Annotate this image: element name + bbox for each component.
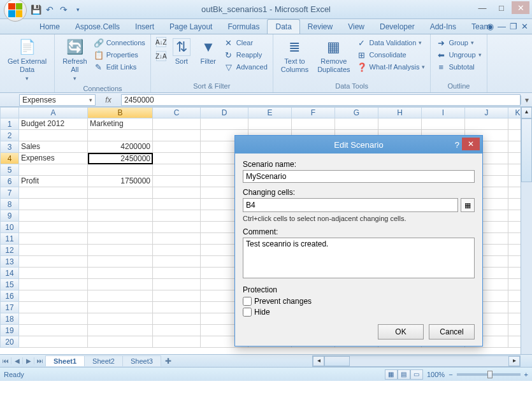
scroll-right-icon[interactable]: ▸ bbox=[508, 356, 520, 366]
cell-J1[interactable] bbox=[465, 118, 508, 130]
tab-review[interactable]: Review bbox=[300, 20, 340, 34]
subtotal-button[interactable]: ≡Subtotal bbox=[436, 61, 481, 73]
cell-C1[interactable] bbox=[153, 118, 201, 130]
sheet-tab-2[interactable]: Sheet2 bbox=[84, 355, 123, 366]
h-scroll-thumb[interactable] bbox=[324, 356, 350, 366]
name-box[interactable]: Expenses▾ bbox=[19, 94, 96, 106]
sheet-tab-3[interactable]: Sheet3 bbox=[122, 355, 161, 366]
cell-A9[interactable] bbox=[19, 210, 88, 222]
cell-B11[interactable] bbox=[88, 233, 153, 245]
cell-A6[interactable]: Profit bbox=[19, 176, 88, 187]
cell-A8[interactable] bbox=[19, 199, 88, 210]
cell-B13[interactable] bbox=[88, 256, 153, 268]
tab-insert[interactable]: Insert bbox=[127, 20, 162, 34]
cell-C2[interactable] bbox=[153, 130, 201, 141]
row-header-2[interactable]: 2 bbox=[0, 130, 19, 141]
row-header-1[interactable]: 1 bbox=[0, 118, 19, 130]
cell-A7[interactable] bbox=[19, 187, 88, 199]
cell-B8[interactable] bbox=[88, 199, 153, 210]
what-if-button[interactable]: ❓What-If Analysis bbox=[357, 61, 426, 73]
maximize-button[interactable]: □ bbox=[492, 1, 510, 14]
prev-sheet-icon[interactable]: ◀ bbox=[11, 357, 23, 364]
scroll-left-icon[interactable]: ◂ bbox=[313, 356, 324, 366]
cell-B10[interactable] bbox=[88, 222, 153, 233]
vertical-scrollbar[interactable]: ▴ ▾ bbox=[521, 107, 532, 366]
cell-C10[interactable] bbox=[153, 222, 201, 233]
row-header-4[interactable]: 4 bbox=[0, 153, 19, 164]
scenario-name-input[interactable] bbox=[243, 170, 475, 183]
cell-B12[interactable] bbox=[88, 245, 153, 256]
fx-icon[interactable]: fx bbox=[96, 96, 121, 104]
row-header-15[interactable]: 15 bbox=[0, 279, 19, 290]
tab-addins[interactable]: Add-Ins bbox=[422, 20, 464, 34]
cell-C9[interactable] bbox=[153, 210, 201, 222]
cell-C20[interactable] bbox=[153, 336, 201, 348]
range-selector-icon[interactable]: ▦ bbox=[461, 198, 475, 212]
cell-A12[interactable] bbox=[19, 245, 88, 256]
col-header-I[interactable]: I bbox=[422, 107, 465, 118]
cell-B5[interactable] bbox=[88, 164, 153, 176]
cell-C17[interactable] bbox=[153, 302, 201, 313]
reapply-button[interactable]: ↻Reapply bbox=[224, 49, 268, 61]
tab-page-layout[interactable]: Page Layout bbox=[162, 20, 220, 34]
page-layout-view-icon[interactable]: ▤ bbox=[398, 369, 410, 380]
consolidate-button[interactable]: ⊞Consolidate bbox=[357, 49, 426, 61]
cell-A11[interactable] bbox=[19, 233, 88, 245]
cell-C6[interactable] bbox=[153, 176, 201, 187]
col-header-F[interactable]: F bbox=[292, 107, 335, 118]
qat-more-icon[interactable]: ▾ bbox=[73, 4, 83, 15]
col-header-E[interactable]: E bbox=[248, 107, 292, 118]
cell-A1[interactable]: Budget 2012 bbox=[19, 118, 88, 130]
minimize-ribbon-icon[interactable]: — bbox=[498, 22, 506, 31]
row-header-17[interactable]: 17 bbox=[0, 302, 19, 313]
help-icon[interactable]: ◉ bbox=[487, 22, 494, 31]
next-sheet-icon[interactable]: ▶ bbox=[23, 357, 34, 364]
cell-C15[interactable] bbox=[153, 279, 201, 290]
cell-B15[interactable] bbox=[88, 279, 153, 290]
zoom-in-icon[interactable]: + bbox=[524, 371, 528, 378]
cell-H1[interactable] bbox=[378, 118, 422, 130]
cell-A16[interactable] bbox=[19, 290, 88, 302]
cell-B14[interactable] bbox=[88, 268, 153, 279]
cell-I1[interactable] bbox=[422, 118, 465, 130]
cell-A13[interactable] bbox=[19, 256, 88, 268]
comment-textarea[interactable] bbox=[243, 238, 475, 278]
cell-A18[interactable] bbox=[19, 313, 88, 325]
ok-button[interactable]: OK bbox=[378, 324, 424, 339]
cell-D1[interactable] bbox=[201, 118, 248, 130]
cell-B3[interactable]: 4200000 bbox=[88, 141, 153, 153]
row-header-7[interactable]: 7 bbox=[0, 187, 19, 199]
expand-formula-bar-icon[interactable]: ▾ bbox=[521, 96, 532, 104]
cell-C18[interactable] bbox=[153, 313, 201, 325]
cell-C19[interactable] bbox=[153, 325, 201, 336]
col-header-G[interactable]: G bbox=[335, 107, 378, 118]
connections-button[interactable]: 🔗Connections bbox=[94, 37, 145, 48]
cell-G1[interactable] bbox=[335, 118, 378, 130]
tab-home[interactable]: Home bbox=[32, 20, 68, 34]
cell-B1[interactable]: Marketing bbox=[88, 118, 153, 130]
cell-A4[interactable]: Expenses bbox=[19, 153, 88, 164]
row-header-5[interactable]: 5 bbox=[0, 164, 19, 176]
minimize-button[interactable]: — bbox=[473, 1, 491, 14]
changing-cells-input[interactable] bbox=[243, 198, 458, 212]
row-header-10[interactable]: 10 bbox=[0, 222, 19, 233]
cell-A19[interactable] bbox=[19, 325, 88, 336]
cell-C7[interactable] bbox=[153, 187, 201, 199]
col-header-C[interactable]: C bbox=[153, 107, 201, 118]
row-header-16[interactable]: 16 bbox=[0, 290, 19, 302]
refresh-all-button[interactable]: 🔄Refresh All bbox=[60, 37, 90, 83]
row-header-20[interactable]: 20 bbox=[0, 336, 19, 348]
text-to-columns-button[interactable]: ≣Text to Columns bbox=[278, 37, 311, 75]
row-header-18[interactable]: 18 bbox=[0, 313, 19, 325]
new-sheet-icon[interactable]: ✚ bbox=[161, 357, 175, 366]
cell-B2[interactable] bbox=[88, 130, 153, 141]
close-workbook-icon[interactable]: ✕ bbox=[521, 22, 528, 31]
get-external-data-button[interactable]: 📄Get External Data bbox=[5, 37, 49, 83]
sort-desc-icon[interactable]: Z↓A bbox=[156, 51, 166, 61]
tab-view[interactable]: View bbox=[340, 20, 372, 34]
row-header-11[interactable]: 11 bbox=[0, 233, 19, 245]
row-header-8[interactable]: 8 bbox=[0, 199, 19, 210]
cell-F1[interactable] bbox=[292, 118, 335, 130]
col-header-A[interactable]: A bbox=[19, 107, 88, 118]
tab-data[interactable]: Data bbox=[267, 19, 299, 34]
